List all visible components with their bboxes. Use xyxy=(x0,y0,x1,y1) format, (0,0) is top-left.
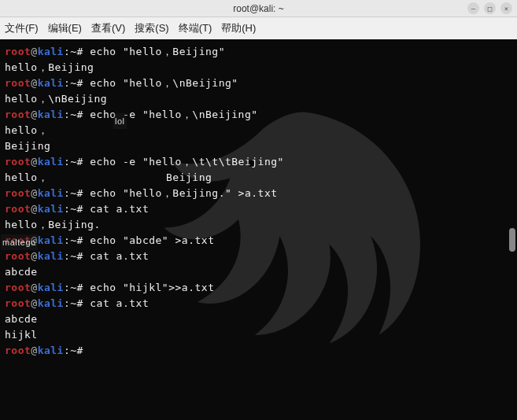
prompt-at: @ xyxy=(31,203,37,215)
command-text xyxy=(83,344,90,356)
prompt-host: kali xyxy=(38,109,64,120)
prompt-host: kali xyxy=(38,187,64,199)
output-line: hello，\nBeijing xyxy=(5,91,512,107)
menu-bar: 文件(F) 编辑(E) 查看(V) 搜索(S) 终端(T) 帮助(H) xyxy=(0,17,517,39)
prompt-user: root xyxy=(5,109,31,120)
prompt-line: root@kali:~# cat a.txt xyxy=(5,296,512,311)
menu-help[interactable]: 帮助(H) xyxy=(221,21,256,35)
prompt-path: :~# xyxy=(64,250,83,262)
close-button[interactable]: × xyxy=(500,2,512,14)
command-text: echo -e "hello，\nBeijing" xyxy=(83,109,258,120)
prompt-user: root xyxy=(5,46,31,57)
command-text: echo "hijkl">>a.txt xyxy=(83,282,215,293)
prompt-path: :~# xyxy=(64,77,83,89)
command-text: echo "hello，Beijing." >a.txt xyxy=(83,187,278,199)
output-line: Beijing xyxy=(5,138,512,154)
output-line: hello， Beijing xyxy=(5,170,512,186)
prompt-line: root@kali:~# cat a.txt xyxy=(5,249,512,264)
prompt-at: @ xyxy=(31,46,37,57)
output-text: hello，Beijing xyxy=(5,61,94,73)
menu-view[interactable]: 查看(V) xyxy=(91,21,125,35)
prompt-host: kali xyxy=(38,282,64,293)
prompt-path: :~# xyxy=(64,297,83,309)
output-line: hello，Beijing. xyxy=(5,217,512,233)
command-text: cat a.txt xyxy=(83,203,149,215)
prompt-at: @ xyxy=(31,344,37,356)
prompt-line: root@kali:~# echo "abcde" >a.txt xyxy=(5,233,512,249)
prompt-host: kali xyxy=(38,344,64,356)
prompt-line: root@kali:~# echo -e "hello，\t\t\tBeijin… xyxy=(5,154,512,170)
menu-edit[interactable]: 编辑(E) xyxy=(48,21,82,35)
prompt-line: root@kali:~# xyxy=(5,343,512,359)
command-text: cat a.txt xyxy=(83,297,149,309)
prompt-path: :~# xyxy=(64,203,83,215)
output-line: hello，Beijing xyxy=(5,60,512,76)
command-text: echo -e "hello，\t\t\tBeijing" xyxy=(83,156,284,168)
prompt-host: kali xyxy=(38,234,64,246)
prompt-user: root xyxy=(5,77,31,89)
output-line: hijkl xyxy=(5,327,512,343)
prompt-user: root xyxy=(5,344,31,356)
annotation-lol: lol xyxy=(113,113,127,129)
output-text: hello， xyxy=(5,124,48,136)
output-line: abcde xyxy=(5,311,512,327)
title-bar: root@kali: ~ – □ × xyxy=(0,0,517,17)
output-text: hijkl xyxy=(5,329,38,341)
prompt-host: kali xyxy=(38,297,64,309)
prompt-host: kali xyxy=(38,77,64,89)
prompt-path: :~# xyxy=(64,187,83,199)
prompt-path: :~# xyxy=(64,282,83,293)
prompt-user: root xyxy=(5,187,31,199)
output-text: hello， Beijing xyxy=(5,171,212,183)
scrollbar-thumb[interactable] xyxy=(509,228,515,252)
prompt-path: :~# xyxy=(64,156,83,168)
prompt-user: root xyxy=(5,203,31,215)
prompt-at: @ xyxy=(31,282,37,293)
prompt-host: kali xyxy=(38,156,64,168)
output-line: abcde xyxy=(5,264,512,280)
prompt-user: root xyxy=(5,250,31,262)
terminal-area[interactable]: root@kali:~# echo "hello，Beijing"hello，B… xyxy=(0,39,517,420)
output-text: hello，Beijing. xyxy=(5,219,101,230)
window-title: root@kali: ~ xyxy=(233,3,284,14)
prompt-line: root@kali:~# echo "hello，Beijing" xyxy=(5,44,512,60)
prompt-at: @ xyxy=(31,77,37,89)
prompt-host: kali xyxy=(38,203,64,215)
command-text: cat a.txt xyxy=(83,250,149,262)
prompt-path: :~# xyxy=(64,344,83,356)
output-text: hello，\nBeijing xyxy=(5,93,107,105)
command-text: echo "abcde" >a.txt xyxy=(83,234,215,246)
prompt-host: kali xyxy=(38,46,64,57)
output-line: hello， xyxy=(5,123,512,138)
menu-terminal[interactable]: 终端(T) xyxy=(179,21,212,35)
output-text: abcde xyxy=(5,266,38,278)
prompt-user: root xyxy=(5,156,31,168)
command-text: echo "hello，Beijing" xyxy=(83,46,225,57)
output-text: abcde xyxy=(5,313,38,325)
command-text: echo "hello，\nBeijing" xyxy=(83,77,238,89)
prompt-line: root@kali:~# cat a.txt xyxy=(5,201,512,217)
prompt-at: @ xyxy=(31,156,37,168)
prompt-path: :~# xyxy=(64,234,83,246)
prompt-at: @ xyxy=(31,250,37,262)
window-controls: – □ × xyxy=(467,2,512,14)
prompt-line: root@kali:~# echo "hello，Beijing." >a.tx… xyxy=(5,186,512,201)
maximize-button[interactable]: □ xyxy=(484,2,496,14)
menu-file[interactable]: 文件(F) xyxy=(5,21,39,35)
prompt-at: @ xyxy=(31,187,37,199)
menu-search[interactable]: 搜索(S) xyxy=(135,21,168,35)
prompt-user: root xyxy=(5,282,31,293)
prompt-user: root xyxy=(5,297,31,309)
prompt-at: @ xyxy=(31,109,37,120)
prompt-host: kali xyxy=(38,250,64,262)
prompt-line: root@kali:~# echo "hijkl">>a.txt xyxy=(5,280,512,296)
prompt-line: root@kali:~# echo "hello，\nBeijing" xyxy=(5,76,512,91)
prompt-path: :~# xyxy=(64,46,83,57)
prompt-at: @ xyxy=(31,297,37,309)
annotation-maltego: maltego xyxy=(1,234,38,250)
output-text: Beijing xyxy=(5,140,50,152)
prompt-line: root@kali:~# echo -e "hello，\nBeijing" xyxy=(5,107,512,123)
prompt-path: :~# xyxy=(64,109,83,120)
minimize-button[interactable]: – xyxy=(467,2,479,14)
